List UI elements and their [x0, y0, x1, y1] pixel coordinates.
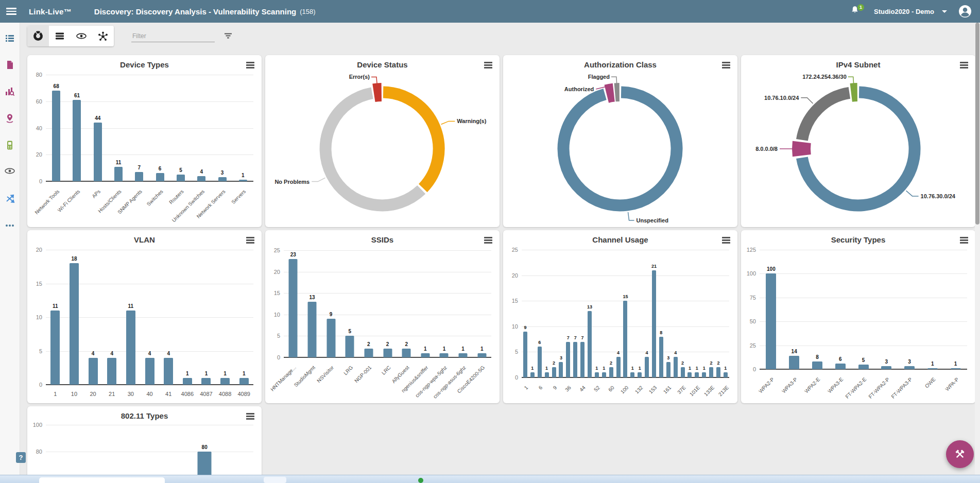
view-button-eye[interactable]	[71, 26, 92, 46]
bar[interactable]	[364, 349, 373, 357]
donut-segment[interactable]	[801, 142, 802, 156]
account-avatar[interactable]	[958, 5, 972, 18]
bar[interactable]	[346, 336, 354, 357]
bar[interactable]	[289, 259, 298, 357]
bar[interactable]	[724, 372, 728, 377]
bar[interactable]	[630, 372, 634, 377]
bar[interactable]	[50, 310, 60, 385]
bar[interactable]	[602, 372, 606, 377]
bar[interactable]	[951, 368, 961, 369]
help-button[interactable]: ?	[16, 452, 26, 463]
bar[interactable]	[716, 367, 720, 377]
filter-input[interactable]	[131, 30, 215, 42]
bar[interactable]	[164, 358, 173, 385]
bar[interactable]	[145, 358, 154, 385]
bar[interactable]	[687, 372, 692, 377]
bar[interactable]	[107, 358, 116, 385]
card-menu-icon[interactable]	[960, 62, 968, 70]
bar[interactable]	[135, 172, 143, 181]
sidebar-item-results[interactable]	[5, 60, 15, 87]
taskbar-green-icon[interactable]	[418, 478, 423, 483]
bar[interactable]	[459, 353, 468, 357]
sidebar-item-analysis[interactable]	[5, 87, 15, 113]
bar[interactable]	[201, 378, 211, 385]
bar[interactable]	[702, 372, 706, 377]
bar[interactable]	[89, 358, 98, 385]
bar[interactable]	[789, 356, 799, 369]
card-menu-icon[interactable]	[484, 237, 492, 245]
bar[interactable]	[666, 362, 670, 377]
sidebar-item-tester[interactable]	[5, 140, 15, 167]
card-menu-icon[interactable]	[246, 237, 254, 245]
bar[interactable]	[881, 366, 891, 369]
donut-segment[interactable]	[383, 92, 439, 188]
card-menu-icon[interactable]	[960, 237, 968, 245]
bar[interactable]	[530, 372, 535, 377]
card-menu-icon[interactable]	[722, 62, 730, 70]
card-menu-icon[interactable]	[246, 62, 254, 70]
sidebar-item-discovery[interactable]	[4, 167, 15, 194]
sidebar-item-more[interactable]	[5, 220, 15, 247]
bar[interactable]	[239, 378, 249, 385]
donut-segment[interactable]	[325, 93, 421, 205]
bar[interactable]	[638, 372, 642, 377]
bar[interactable]	[326, 319, 335, 357]
bar[interactable]	[552, 367, 556, 377]
bar[interactable]	[114, 167, 123, 181]
bar[interactable]	[383, 349, 392, 357]
bar[interactable]	[220, 378, 230, 385]
view-button-topology[interactable]	[92, 26, 114, 46]
notifications-button[interactable]: 1	[850, 6, 859, 18]
card-menu-icon[interactable]	[722, 237, 730, 245]
bar[interactable]	[126, 310, 135, 385]
bar[interactable]	[835, 364, 846, 369]
view-button-donut-chart[interactable]	[27, 26, 49, 46]
bar[interactable]	[659, 337, 663, 377]
card-menu-icon[interactable]	[484, 62, 492, 70]
bar[interactable]	[645, 357, 649, 377]
bar[interactable]	[674, 357, 678, 377]
bar[interactable]	[177, 175, 185, 181]
donut-segment[interactable]	[563, 92, 677, 205]
bar[interactable]	[218, 177, 227, 181]
sidebar-item-dashboard[interactable]	[5, 33, 15, 60]
bar[interactable]	[559, 362, 563, 377]
tools-fab-button[interactable]	[946, 440, 974, 468]
donut-segment[interactable]	[374, 92, 382, 93]
filter-funnel-icon[interactable]	[223, 32, 233, 40]
bar[interactable]	[197, 176, 205, 181]
bar[interactable]	[652, 270, 656, 377]
donut-segment[interactable]	[851, 92, 857, 93]
account-chevron-down-icon[interactable]	[942, 10, 947, 13]
bar[interactable]	[858, 365, 869, 369]
bar[interactable]	[573, 342, 577, 377]
bar[interactable]	[440, 353, 449, 357]
bar[interactable]	[538, 347, 542, 377]
bar[interactable]	[73, 100, 81, 181]
vertical-scrollbar[interactable]	[975, 23, 980, 475]
bar[interactable]	[70, 263, 79, 385]
bar[interactable]	[623, 301, 627, 377]
bar[interactable]	[239, 180, 247, 181]
donut-segment[interactable]	[607, 93, 614, 94]
account-name[interactable]: Studio2020 - Demo	[874, 8, 934, 15]
bar[interactable]	[616, 357, 621, 377]
bar[interactable]	[812, 361, 822, 369]
bar[interactable]	[609, 367, 613, 377]
bar[interactable]	[477, 353, 486, 357]
bar[interactable]	[695, 372, 699, 377]
bar[interactable]	[595, 372, 599, 377]
bar[interactable]	[545, 372, 549, 377]
bar[interactable]	[766, 273, 776, 369]
bar[interactable]	[904, 366, 915, 369]
taskbar-item[interactable]	[264, 477, 286, 483]
menu-hamburger-icon[interactable]	[6, 6, 16, 16]
sidebar-item-location[interactable]	[5, 113, 15, 140]
bar[interactable]	[402, 349, 411, 357]
bar[interactable]	[580, 342, 584, 377]
bar[interactable]	[156, 173, 164, 181]
bar[interactable]	[681, 367, 685, 377]
bar[interactable]	[307, 302, 316, 357]
view-button-list[interactable]	[49, 26, 71, 46]
taskbar-search-box[interactable]	[39, 477, 165, 483]
